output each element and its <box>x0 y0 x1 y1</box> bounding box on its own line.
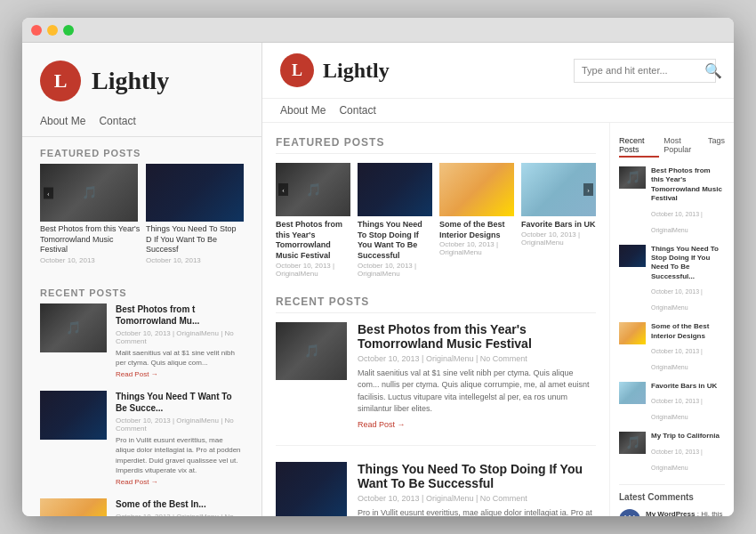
sidebar-featured-grid: ‹ Best Photos from this Year's Tomorrowl… <box>22 164 261 277</box>
comment-text: My WordPress : Hi, this is a comment. To… <box>646 509 725 516</box>
main-featured-grid: ‹ Best Photos from this Year's Tomorrowl… <box>276 163 596 278</box>
sidebar-featured-title: Featured Posts <box>22 137 261 164</box>
search-input[interactable] <box>582 65 704 76</box>
list-item: Some of the Best In... October 10, 2013 … <box>40 498 244 516</box>
sidebar-site-title: Lightly <box>92 67 169 95</box>
laptop-rp-image <box>276 462 347 516</box>
latest-comments-title: Latest Comments <box>619 492 725 502</box>
list-item: Best Photos from this Year's Tomorrowlan… <box>276 322 596 446</box>
rp-img-1 <box>276 322 347 380</box>
rs-info-1: Best Photos from this Year's Tomorrowlan… <box>651 166 725 236</box>
laptop-image-sm <box>40 391 107 440</box>
rp-content-2: Things You Need To Stop Doing If You Wan… <box>358 462 596 516</box>
sidebar-nav-about[interactable]: About Me <box>40 115 85 127</box>
sidebar-recent-list: Best Photos from t Tomorrowland Mu... Oc… <box>22 303 261 516</box>
main-featured-item-2: Things You Need To Stop Doing If You Wan… <box>358 163 432 278</box>
laptop-image <box>146 164 244 222</box>
avatar: W <box>619 509 640 516</box>
main-logo-letter: L <box>292 61 302 80</box>
recent-info-3: Some of the Best In... October 10, 2013 … <box>116 498 244 516</box>
close-button[interactable] <box>31 25 42 36</box>
right-sidebar: Recent Posts Most Popular Tags Best Phot… <box>609 123 734 516</box>
rs-tabs: Recent Posts Most Popular Tags <box>619 136 725 158</box>
main-site-title: Lightly <box>323 59 390 83</box>
sidebar-featured-caption-2: Things You Need To Stop D If You Want To… <box>146 224 244 266</box>
main-logo: L Lightly <box>280 53 390 87</box>
list-item: Things You Need T Want To Be Succe... Oc… <box>40 391 244 486</box>
main-featured-item-1: ‹ Best Photos from this Year's Tomorrowl… <box>276 163 350 278</box>
main-featured-item-3: Some of the Best Interior Designs Octobe… <box>439 163 514 278</box>
sidebar-nav: About Me Contact <box>22 110 261 137</box>
main-featured-item-4: › Favorite Bars in UK October 10, 2013 |… <box>521 163 596 278</box>
sidebar-featured-caption-1: Best Photos from this Year's Tomorrowlan… <box>40 224 141 266</box>
rs-thumb-1 <box>619 166 646 189</box>
rs-thumb-4 <box>619 382 646 404</box>
rs-thumb-5 <box>619 432 646 454</box>
latest-comments-section: Latest Comments W My WordPress : Hi, thi… <box>619 484 725 516</box>
main-recent-title: Recent Posts <box>276 295 596 313</box>
browser-content: L Lightly About Me Contact Featured Post… <box>22 43 734 516</box>
maximize-button[interactable] <box>63 25 74 36</box>
rp-content-1: Best Photos from this Year's Tomorrowlan… <box>358 322 596 429</box>
list-item: Things You Need To Stop Doing If You Wan… <box>276 462 596 516</box>
search-icon: 🔍 <box>704 62 722 79</box>
sidebar-logo-letter: L <box>54 69 68 93</box>
recent-thumb-1 <box>40 303 107 352</box>
preview-sidebar: L Lightly About Me Contact Featured Post… <box>22 43 262 516</box>
main-logo-circle: L <box>280 53 314 87</box>
next-arrow-icon[interactable]: › <box>583 183 593 196</box>
main-featured-img-4: › <box>521 163 596 216</box>
sidebar-nav-contact[interactable]: Contact <box>99 115 135 127</box>
main-content-area: L Lightly 🔍 About Me Contact Featured <box>262 43 734 516</box>
recent-thumb-2 <box>40 391 107 440</box>
rs-thumb-3 <box>619 322 646 344</box>
sidebar-featured-thumb-1: ‹ <box>40 164 138 222</box>
list-item: Things You Need To Stop Doing If You Nee… <box>619 245 725 314</box>
tab-tags[interactable]: Tags <box>708 136 725 158</box>
main-nav: About Me Contact <box>262 99 734 123</box>
main-body: Featured Posts ‹ Best Photos from this Y… <box>262 123 734 516</box>
minimize-button[interactable] <box>47 25 58 36</box>
main-nav-contact[interactable]: Contact <box>339 104 375 117</box>
rs-drinks-image <box>619 382 646 404</box>
main-featured-img-3 <box>439 163 514 216</box>
recent-info-1: Best Photos from t Tomorrowland Mu... Oc… <box>116 303 244 378</box>
rs-info-5: My Trip to California October 10, 2013 |… <box>651 432 725 473</box>
main-featured-img-1: ‹ <box>276 163 350 216</box>
list-item: Some of the Best Interior Designs Octobe… <box>619 322 725 373</box>
main-posts-column: Featured Posts ‹ Best Photos from this Y… <box>262 123 609 516</box>
sidebar-header: L Lightly <box>22 43 261 110</box>
rs-interior-image <box>619 322 646 344</box>
list-item: My Trip to California October 10, 2013 |… <box>619 432 725 473</box>
window-controls <box>31 25 74 36</box>
music-image-sm <box>40 303 107 352</box>
laptop-hero-image <box>358 163 432 216</box>
music-image <box>40 164 138 222</box>
sidebar-logo-circle: L <box>40 61 81 101</box>
main-header: L Lightly 🔍 <box>262 43 734 99</box>
prev-arrow-icon[interactable]: ‹ <box>278 183 288 196</box>
sidebar-featured-item-2: Things You Need To Stop D If You Want To… <box>146 164 244 266</box>
comment-item: W My WordPress : Hi, this is a comment. … <box>619 509 725 516</box>
sidebar-featured-thumb-2 <box>146 164 244 222</box>
rs-info-2: Things You Need To Stop Doing If You Nee… <box>651 245 725 314</box>
list-item: Best Photos from t Tomorrowland Mu... Oc… <box>40 303 244 378</box>
main-featured-title: Featured Posts <box>276 136 596 154</box>
rs-info-3: Some of the Best Interior Designs Octobe… <box>651 322 725 373</box>
rs-music-image-2 <box>619 432 646 454</box>
search-box: 🔍 <box>574 59 716 83</box>
tab-most-popular[interactable]: Most Popular <box>664 136 704 158</box>
interior-hero-image <box>439 163 514 216</box>
list-item: Best Photos from this Year's Tomorrowlan… <box>619 166 725 236</box>
rs-thumb-2 <box>619 245 646 267</box>
main-nav-about[interactable]: About Me <box>280 104 326 117</box>
arrow-left-icon: ‹ <box>44 187 53 198</box>
list-item: Favorite Bars in UK October 10, 2013 | O… <box>619 382 725 423</box>
rs-music-image <box>619 166 646 189</box>
rs-info-4: Favorite Bars in UK October 10, 2013 | O… <box>651 382 725 423</box>
rs-laptop-image <box>619 245 646 267</box>
tab-recent-posts[interactable]: Recent Posts <box>619 136 659 158</box>
sidebar-recent-title: Recent Posts <box>22 277 261 303</box>
main-featured-img-2 <box>358 163 432 216</box>
rp-img-2 <box>276 462 347 516</box>
